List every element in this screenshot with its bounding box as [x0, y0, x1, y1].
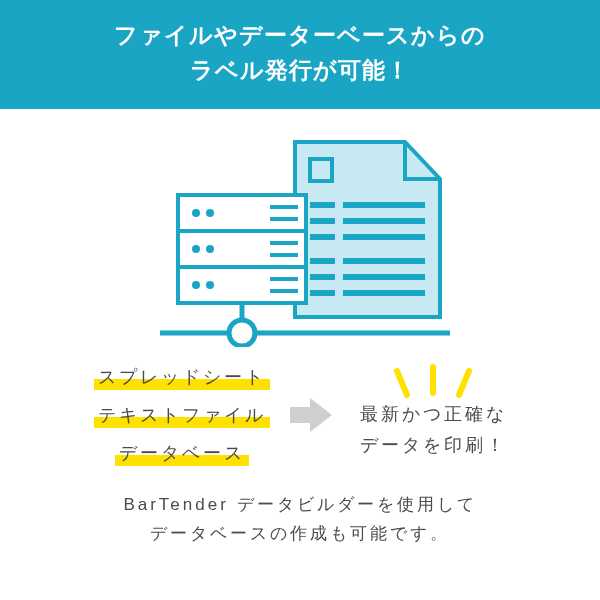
- svg-marker-32: [310, 398, 332, 432]
- svg-point-16: [192, 209, 200, 217]
- banner-line2: ラベル発行が可能！: [10, 53, 590, 88]
- banner-line1: ファイルやデーターベースからの: [10, 18, 590, 53]
- result-line1: 最新かつ正確な: [360, 399, 507, 430]
- source-list: スプレッドシート テキストファイル データベース: [94, 365, 270, 465]
- source-item-database: データベース: [115, 441, 249, 465]
- svg-point-20: [192, 281, 200, 289]
- svg-point-30: [229, 320, 255, 346]
- source-item-spreadsheet: スプレッドシート: [94, 365, 270, 389]
- svg-point-19: [206, 245, 214, 253]
- arrow-right-icon: [288, 394, 334, 436]
- svg-rect-31: [290, 407, 310, 423]
- result-line2: データを印刷！: [360, 430, 507, 461]
- footer-line2: データベースの作成も可能です。: [0, 520, 600, 549]
- svg-point-21: [206, 281, 214, 289]
- source-item-textfile: テキストファイル: [94, 403, 270, 427]
- svg-line-33: [397, 371, 407, 395]
- svg-point-17: [206, 209, 214, 217]
- banner: ファイルやデーターベースからの ラベル発行が可能！: [0, 0, 600, 109]
- result-block: 最新かつ正確な データを印刷！: [360, 369, 507, 460]
- emphasis-rays-icon: [373, 363, 493, 403]
- footer-line1: BarTender データビルダーを使用して: [0, 491, 600, 520]
- svg-point-18: [192, 245, 200, 253]
- footer-text: BarTender データビルダーを使用して データベースの作成も可能です。: [0, 491, 600, 549]
- database-document-icon: [140, 137, 460, 347]
- content-row: スプレッドシート テキストファイル データベース 最新かつ正確な データを印刷！: [0, 365, 600, 465]
- illustration: [0, 137, 600, 347]
- svg-line-35: [459, 371, 469, 395]
